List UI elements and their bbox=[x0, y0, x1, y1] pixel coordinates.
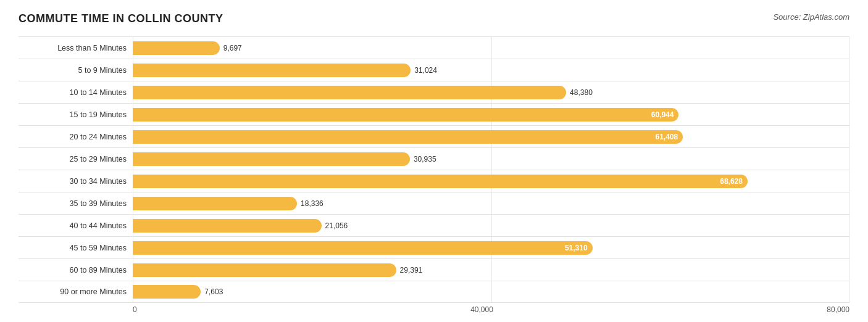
bar-label: Less than 5 Minutes bbox=[19, 44, 133, 52]
bar-row: 20 to 24 Minutes61,408 bbox=[19, 125, 849, 147]
bar-container: 9,697 bbox=[133, 37, 849, 59]
bar-container: 7,603 bbox=[133, 281, 849, 302]
bar: 9,697 bbox=[133, 41, 220, 55]
x-axis: 040,00080,000 bbox=[19, 305, 849, 314]
bar-value: 18,336 bbox=[301, 199, 323, 208]
bar-container: 21,056 bbox=[133, 215, 849, 236]
bar-value: 9,697 bbox=[223, 44, 242, 52]
chart-bars-area: Less than 5 Minutes9,6975 to 9 Minutes31… bbox=[19, 36, 849, 303]
bar-value: 51,310 bbox=[565, 244, 588, 252]
bar-row: 5 to 9 Minutes31,024 bbox=[19, 59, 849, 81]
bar-value: 48,380 bbox=[570, 88, 593, 97]
bar-value: 21,056 bbox=[325, 221, 348, 230]
chart-source: Source: ZipAtlas.com bbox=[773, 12, 849, 22]
bar: 68,628 bbox=[133, 175, 748, 188]
bar-row: 45 to 59 Minutes51,310 bbox=[19, 236, 849, 258]
bar: 48,380 bbox=[133, 86, 566, 99]
bar: 29,391 bbox=[133, 263, 396, 277]
bar-row: 35 to 39 Minutes18,336 bbox=[19, 192, 849, 214]
bar: 30,935 bbox=[133, 152, 410, 166]
bar: 18,336 bbox=[133, 197, 297, 210]
bar: 7,603 bbox=[133, 285, 201, 299]
bar-container: 61,408 bbox=[133, 126, 849, 147]
bar-container: 68,628 bbox=[133, 170, 849, 192]
bar-label: 30 to 34 Minutes bbox=[19, 177, 133, 186]
chart-container: COMMUTE TIME IN COLLIN COUNTY Source: Zi… bbox=[19, 12, 849, 314]
bar-container: 31,024 bbox=[133, 59, 849, 81]
bar: 60,944 bbox=[133, 108, 678, 122]
bar-container: 30,935 bbox=[133, 148, 849, 170]
bar-row: 10 to 14 Minutes48,380 bbox=[19, 81, 849, 103]
bar-row: 60 to 89 Minutes29,391 bbox=[19, 258, 849, 281]
bar-value: 30,935 bbox=[414, 155, 436, 163]
bar-label: 90 or more Minutes bbox=[19, 287, 133, 296]
bar-label: 10 to 14 Minutes bbox=[19, 88, 133, 97]
bar-container: 18,336 bbox=[133, 192, 849, 214]
bar-value: 60,944 bbox=[651, 110, 674, 119]
bar-label: 5 to 9 Minutes bbox=[19, 66, 133, 75]
bar-row: 90 or more Minutes7,603 bbox=[19, 281, 849, 303]
bar-row: 15 to 19 Minutes60,944 bbox=[19, 103, 849, 125]
x-axis-label: 80,000 bbox=[827, 305, 849, 314]
bar-label: 15 to 19 Minutes bbox=[19, 110, 133, 119]
bar-row: 30 to 34 Minutes68,628 bbox=[19, 170, 849, 192]
bar-label: 60 to 89 Minutes bbox=[19, 266, 133, 275]
chart-header: COMMUTE TIME IN COLLIN COUNTY Source: Zi… bbox=[19, 12, 849, 25]
bar-label: 20 to 24 Minutes bbox=[19, 133, 133, 141]
bar-container: 60,944 bbox=[133, 104, 849, 125]
bar-label: 45 to 59 Minutes bbox=[19, 244, 133, 252]
bar-label: 25 to 29 Minutes bbox=[19, 155, 133, 163]
bar: 61,408 bbox=[133, 130, 683, 144]
bar-container: 29,391 bbox=[133, 259, 849, 281]
bar-container: 48,380 bbox=[133, 81, 849, 103]
bar-value: 61,408 bbox=[655, 133, 678, 141]
bar-row: 25 to 29 Minutes30,935 bbox=[19, 147, 849, 170]
bar-label: 40 to 44 Minutes bbox=[19, 221, 133, 230]
bar-value: 29,391 bbox=[400, 266, 423, 275]
bar-container: 51,310 bbox=[133, 237, 849, 258]
bar: 31,024 bbox=[133, 64, 411, 77]
chart-title: COMMUTE TIME IN COLLIN COUNTY bbox=[19, 12, 223, 25]
x-axis-label: 0 bbox=[133, 305, 137, 314]
bar-row: 40 to 44 Minutes21,056 bbox=[19, 214, 849, 236]
x-axis-label: 40,000 bbox=[470, 305, 493, 314]
bar: 51,310 bbox=[133, 241, 593, 255]
bar-value: 68,628 bbox=[720, 177, 743, 186]
x-axis-labels: 040,00080,000 bbox=[133, 305, 849, 314]
bar-label: 35 to 39 Minutes bbox=[19, 199, 133, 208]
bar-row: Less than 5 Minutes9,697 bbox=[19, 36, 849, 59]
bar-value: 7,603 bbox=[204, 287, 223, 296]
bar: 21,056 bbox=[133, 219, 322, 233]
bar-value: 31,024 bbox=[414, 66, 437, 75]
